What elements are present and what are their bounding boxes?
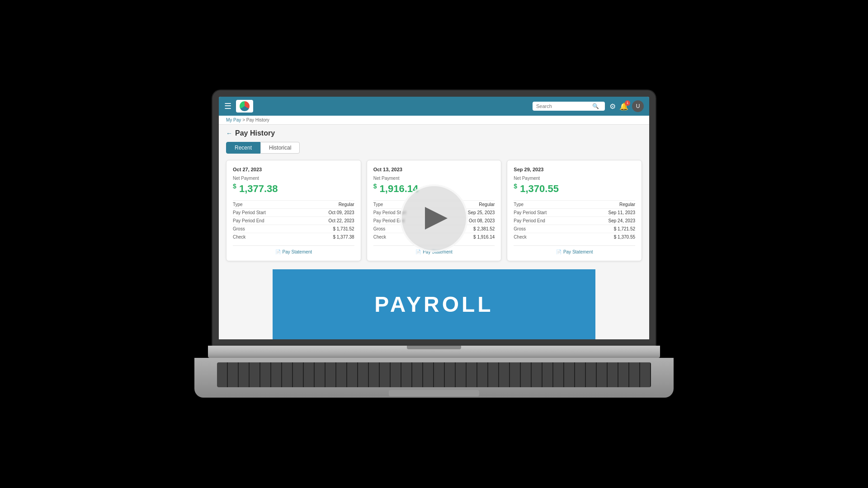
search-icon: 🔍	[592, 103, 599, 109]
table-row: Pay Period Start Oct 09, 2023	[233, 209, 354, 217]
pay-card-3: Sep 29, 2023 Net Payment $ 1,370.55 Type…	[507, 160, 642, 261]
row-label: Check	[514, 233, 580, 241]
row-value: $ 1,916.14	[440, 233, 495, 241]
pay-card-2: Oct 13, 2023 Net Payment $ 1,916.14 Type…	[367, 160, 502, 261]
card-2-dollar: $	[373, 183, 377, 190]
card-3-date: Sep 29, 2023	[514, 167, 635, 172]
breadcrumb-parent[interactable]: My Pay	[226, 117, 241, 122]
table-row: Pay Period Start Sep 25, 2023	[373, 209, 495, 217]
table-row: Check $ 1,916.14	[373, 233, 495, 241]
row-label: Pay Period Start	[373, 209, 440, 217]
breadcrumb-separator: >	[242, 117, 246, 122]
statement-label: Pay Statement	[423, 249, 453, 254]
logo-icon	[240, 101, 250, 111]
row-label: Pay Period Start	[514, 209, 580, 217]
card-2-date: Oct 13, 2023	[373, 167, 495, 172]
row-value: Oct 09, 2023	[301, 209, 354, 217]
table-row: Pay Period End Sep 24, 2023	[514, 217, 635, 225]
back-arrow-icon[interactable]: ←	[226, 130, 232, 137]
card-1-table: Type Regular Pay Period Start Oct 09, 20…	[233, 200, 354, 241]
notification-badge: 1	[625, 100, 630, 106]
row-value: $ 1,731.52	[301, 225, 354, 233]
pay-cards-row: Oct 27, 2023 Net Payment $ 1,377.38 Type…	[226, 160, 642, 261]
breadcrumb-current: Pay History	[246, 117, 269, 122]
row-label: Type	[233, 201, 301, 209]
settings-button[interactable]: ⚙	[609, 102, 616, 111]
row-label: Gross	[373, 225, 440, 233]
row-value: $ 1,370.55	[580, 233, 635, 241]
card-3-dollar: $	[514, 183, 517, 190]
tab-recent[interactable]: Recent	[226, 142, 260, 154]
hamburger-icon[interactable]: ☰	[224, 101, 231, 111]
laptop-keyboard	[194, 358, 674, 398]
card-2-footer: 📄 Pay Statement	[373, 245, 495, 254]
row-value: Regular	[301, 201, 354, 209]
card-1-value: 1,377.38	[239, 183, 278, 194]
statement-label: Pay Statement	[563, 249, 593, 254]
table-row: Type Regular	[514, 201, 635, 209]
avatar[interactable]: U	[632, 100, 644, 112]
card-3-amount: $ 1,370.55	[514, 183, 635, 195]
card-3-statement-link[interactable]: 📄 Pay Statement	[514, 249, 635, 254]
row-value: Oct 22, 2023	[301, 217, 354, 225]
card-1-footer: 📄 Pay Statement	[233, 245, 354, 254]
table-row: Check $ 1,370.55	[514, 233, 635, 241]
row-value: Sep 24, 2023	[580, 217, 635, 225]
header-icons: ⚙ 🔔 1 U	[609, 100, 644, 112]
logo-area	[236, 100, 253, 113]
row-value: $ 1,721.52	[580, 225, 635, 233]
row-label: Type	[373, 201, 440, 209]
card-3-value: 1,370.55	[520, 183, 559, 194]
laptop-wrapper: ☰ 🔍 ⚙ 🔔 1 U	[208, 90, 660, 398]
card-3-label: Net Payment	[514, 176, 635, 181]
table-row: Check $ 1,377.38	[233, 233, 354, 241]
card-1-statement-link[interactable]: 📄 Pay Statement	[233, 249, 354, 254]
statement-label: Pay Statement	[283, 249, 312, 254]
row-value: Regular	[580, 201, 635, 209]
table-row: Pay Period End Oct 08, 2023	[373, 217, 495, 225]
row-label: Pay Period End	[373, 217, 440, 225]
payroll-text: PAYROLL	[374, 292, 493, 317]
table-row: Gross $ 1,731.52	[233, 225, 354, 233]
page-title-row: ← Pay History	[226, 129, 642, 137]
card-2-label: Net Payment	[373, 176, 495, 181]
document-icon: 📄	[556, 249, 561, 254]
card-3-footer: 📄 Pay Statement	[514, 245, 635, 254]
row-label: Gross	[233, 225, 301, 233]
page-title: Pay History	[235, 129, 275, 137]
table-row: Type Regular	[233, 201, 354, 209]
app-header: ☰ 🔍 ⚙ 🔔 1 U	[219, 97, 649, 116]
payroll-banner: PAYROLL	[273, 269, 595, 339]
row-value: Sep 11, 2023	[580, 209, 635, 217]
tab-historical[interactable]: Historical	[260, 142, 300, 154]
screen-inner: ☰ 🔍 ⚙ 🔔 1 U	[219, 97, 649, 339]
card-2-amount: $ 1,916.14	[373, 183, 495, 195]
notification-button[interactable]: 🔔 1	[619, 102, 628, 111]
card-1-amount: $ 1,377.38	[233, 183, 354, 195]
row-label: Pay Period Start	[233, 209, 301, 217]
table-row: Pay Period Start Sep 11, 2023	[514, 209, 635, 217]
search-input[interactable]	[536, 103, 590, 109]
row-label: Check	[373, 233, 440, 241]
row-value: $ 1,377.38	[301, 233, 354, 241]
row-value: Oct 08, 2023	[440, 217, 495, 225]
table-row: Type Regular	[373, 201, 495, 209]
table-row: Gross $ 2,381.52	[373, 225, 495, 233]
search-box[interactable]: 🔍	[533, 102, 605, 111]
tabs-row: Recent Historical	[226, 142, 642, 154]
document-icon: 📄	[275, 249, 281, 254]
laptop-base	[208, 346, 660, 358]
card-1-label: Net Payment	[233, 176, 354, 181]
card-1-dollar: $	[233, 183, 236, 190]
card-2-value: 1,916.14	[380, 183, 419, 194]
card-2-statement-link[interactable]: 📄 Pay Statement	[373, 249, 495, 254]
row-value: Sep 25, 2023	[440, 209, 495, 217]
row-label: Check	[233, 233, 301, 241]
card-2-table: Type Regular Pay Period Start Sep 25, 20…	[373, 200, 495, 241]
card-3-table: Type Regular Pay Period Start Sep 11, 20…	[514, 200, 635, 241]
card-1-date: Oct 27, 2023	[233, 167, 354, 172]
row-value: $ 2,381.52	[440, 225, 495, 233]
document-icon: 📄	[415, 249, 421, 254]
table-row: Gross $ 1,721.52	[514, 225, 635, 233]
row-label: Gross	[514, 225, 580, 233]
